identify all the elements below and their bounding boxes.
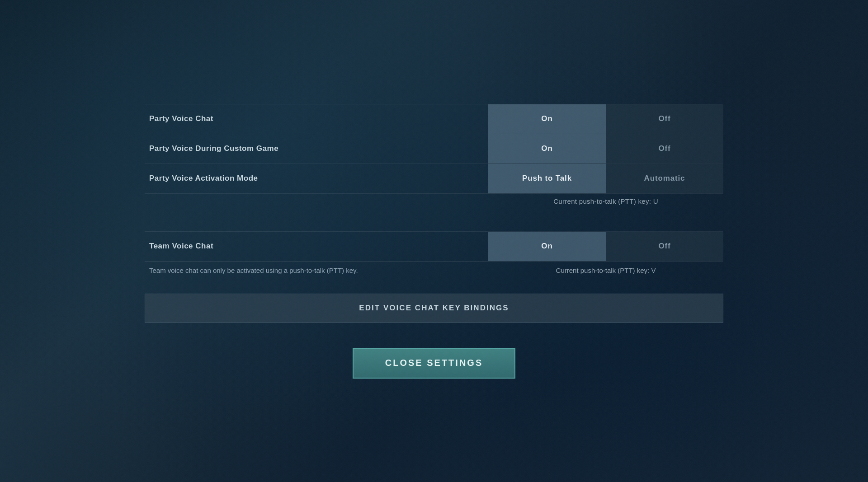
party-voice-custom-options: On Off [488, 134, 723, 164]
party-voice-activation-options: Push to Talk Automatic [488, 164, 723, 193]
party-voice-chat-label: Party Voice Chat [145, 114, 488, 123]
party-voice-custom-row: Party Voice During Custom Game On Off [145, 134, 723, 164]
party-ptt-key-label: Current push-to-talk (PTT) key: U [488, 197, 723, 205]
push-to-talk-button[interactable]: Push to Talk [488, 164, 606, 193]
automatic-button[interactable]: Automatic [606, 164, 723, 193]
party-ptt-key-row: Current push-to-talk (PTT) key: U [145, 194, 723, 209]
party-voice-chat-on-button[interactable]: On [488, 104, 606, 134]
team-voice-chat-label: Team Voice Chat [145, 242, 488, 251]
edit-bindings-button[interactable]: EDIT VOICE CHAT KEY BINDINGS [145, 294, 723, 323]
party-voice-activation-label: Party Voice Activation Mode [145, 174, 488, 183]
party-voice-custom-label: Party Voice During Custom Game [145, 144, 488, 153]
team-voice-chat-on-button[interactable]: On [488, 232, 606, 261]
team-voice-note-text: Team voice chat can only be activated us… [145, 267, 488, 274]
party-voice-chat-options: On Off [488, 104, 723, 134]
party-voice-custom-off-button[interactable]: Off [606, 134, 723, 164]
close-settings-button[interactable]: CLOSE SETTINGS [353, 348, 515, 379]
team-voice-note-row: Team voice chat can only be activated us… [145, 262, 723, 278]
party-voice-section: Party Voice Chat On Off Party Voice Duri… [145, 104, 723, 209]
party-voice-custom-on-button[interactable]: On [488, 134, 606, 164]
team-voice-chat-off-button[interactable]: Off [606, 232, 723, 261]
party-voice-chat-off-button[interactable]: Off [606, 104, 723, 134]
team-voice-section: Team Voice Chat On Off Team voice chat c… [145, 231, 723, 278]
team-ptt-key-label: Current push-to-talk (PTT) key: V [488, 267, 723, 274]
team-voice-chat-row: Team Voice Chat On Off [145, 231, 723, 262]
settings-panel: Party Voice Chat On Off Party Voice Duri… [145, 104, 723, 379]
party-voice-activation-row: Party Voice Activation Mode Push to Talk… [145, 164, 723, 194]
party-voice-chat-row: Party Voice Chat On Off [145, 104, 723, 134]
team-voice-chat-options: On Off [488, 232, 723, 261]
